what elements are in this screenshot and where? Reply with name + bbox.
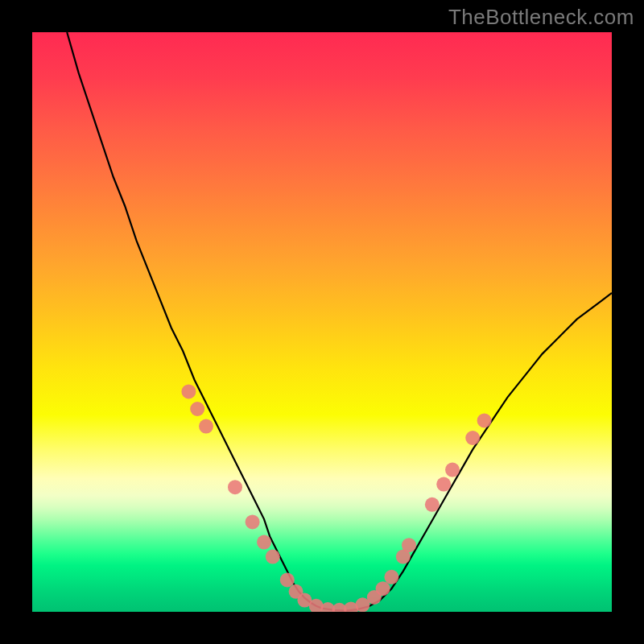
v-curve-path [67,32,612,611]
data-dot [402,538,416,552]
data-dot [384,570,398,584]
data-dot [190,402,204,416]
data-dot [246,514,260,529]
data-dot [266,550,280,564]
data-dot [445,463,460,477]
plot-area [32,32,612,612]
data-dot [181,384,196,398]
data-dot [477,413,492,427]
data-dot [376,581,390,596]
curve-layer [32,32,612,612]
data-dot [425,497,440,512]
data-dot [199,419,213,434]
data-dot [436,477,451,492]
data-dot [465,431,480,445]
watermark-text: TheBottleneck.com [448,5,634,30]
chart-frame: TheBottleneck.com [0,0,644,644]
data-dot [257,535,271,550]
data-dot [228,480,242,494]
data-dot [280,572,295,587]
